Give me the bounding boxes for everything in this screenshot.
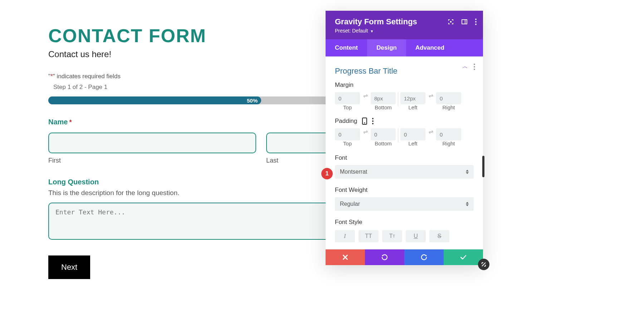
margin-left-input[interactable] — [400, 92, 425, 104]
section-progress-bar-title: Progress Bar Title ︿ Margin Top ⇌ Bottom… — [326, 56, 483, 242]
device-icon[interactable] — [361, 118, 368, 124]
svg-rect-1 — [462, 20, 467, 24]
undo-button[interactable] — [365, 249, 404, 265]
font-style-label: Font Style — [335, 219, 474, 226]
margin-right-input[interactable] — [436, 92, 461, 104]
settings-panel: Gravity Form Settings Preset: Default ▼ … — [326, 11, 483, 265]
tab-advanced[interactable]: Advanced — [406, 39, 454, 56]
panel-footer — [326, 249, 483, 265]
progress-percent-label: 50% — [247, 96, 258, 104]
font-label: Font — [335, 154, 474, 161]
smallcaps-button[interactable]: TT — [382, 230, 402, 242]
padding-right-input[interactable] — [436, 128, 461, 140]
select-chevron-icon — [466, 202, 469, 206]
tab-design[interactable]: Design — [367, 39, 406, 56]
italic-button[interactable]: I — [335, 230, 355, 242]
link-icon[interactable]: ⇌ — [425, 92, 436, 99]
section-more-icon[interactable] — [474, 64, 475, 70]
panel-tabs: Content Design Advanced — [326, 39, 483, 56]
section-title[interactable]: Progress Bar Title — [335, 66, 474, 76]
strikethrough-button[interactable]: S — [429, 230, 449, 242]
redo-button[interactable] — [404, 249, 444, 265]
font-style-buttons: I TT TT U S — [335, 230, 474, 242]
first-sublabel: First — [48, 157, 256, 164]
caret-down-icon: ▼ — [370, 29, 374, 33]
padding-bottom-input[interactable] — [371, 128, 396, 140]
focus-icon[interactable] — [448, 19, 454, 25]
padding-label-row: Padding — [335, 118, 474, 125]
annotation-badge-1: 1 — [321, 168, 333, 179]
margin-top-input[interactable] — [335, 92, 360, 104]
font-select[interactable]: Montserrat — [335, 165, 474, 179]
link-icon[interactable]: ⇌ — [425, 128, 436, 135]
save-button[interactable] — [444, 249, 483, 265]
link-icon[interactable]: ⇌ — [360, 128, 371, 135]
next-button[interactable]: Next — [48, 255, 90, 279]
link-icon[interactable]: ⇌ — [360, 92, 371, 99]
margin-bottom-input[interactable] — [371, 92, 396, 104]
scrollbar-thumb[interactable] — [482, 156, 484, 177]
select-chevron-icon — [466, 170, 469, 174]
margin-inputs: Top ⇌ Bottom Left ⇌ Right — [335, 92, 474, 110]
chevron-up-icon[interactable]: ︿ — [462, 63, 468, 70]
uppercase-button[interactable]: TT — [358, 230, 379, 242]
columns-icon[interactable] — [462, 19, 467, 25]
padding-left-input[interactable] — [400, 128, 425, 140]
more-icon[interactable] — [475, 19, 477, 25]
cancel-button[interactable] — [326, 249, 365, 265]
tab-content[interactable]: Content — [326, 39, 367, 56]
margin-label: Margin — [335, 81, 474, 89]
font-weight-select[interactable]: Regular — [335, 197, 474, 211]
padding-top-input[interactable] — [335, 128, 360, 140]
progress-fill: 50% — [48, 96, 261, 104]
panel-preset[interactable]: Preset: Default ▼ — [335, 28, 474, 34]
first-name-input[interactable] — [48, 133, 256, 153]
svg-rect-0 — [450, 21, 452, 23]
panel-header: Gravity Form Settings Preset: Default ▼ — [326, 11, 483, 39]
padding-inputs: Top ⇌ Bottom Left ⇌ Right — [335, 128, 474, 146]
underline-button[interactable]: U — [406, 230, 426, 242]
resize-handle[interactable] — [478, 259, 489, 270]
padding-label: Padding — [335, 118, 357, 125]
padding-more-icon[interactable] — [372, 118, 374, 124]
font-weight-label: Font Weight — [335, 187, 474, 194]
